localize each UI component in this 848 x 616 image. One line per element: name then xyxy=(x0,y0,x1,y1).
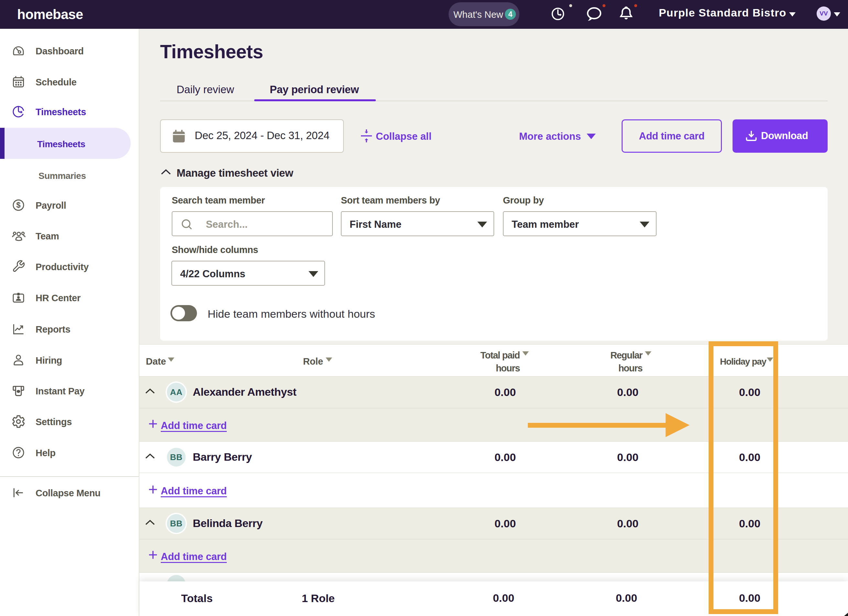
svg-text:$: $ xyxy=(16,200,20,209)
